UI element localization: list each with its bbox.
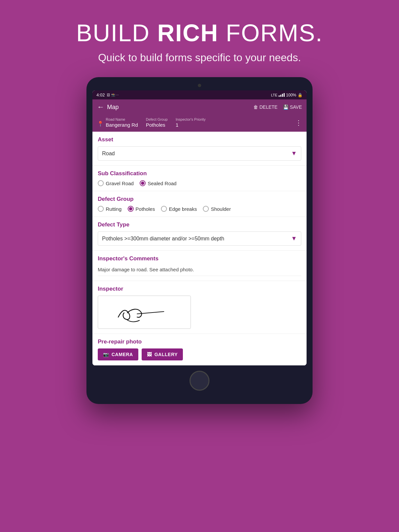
asset-title: Asset <box>98 136 301 143</box>
asset-dropdown[interactable]: Road ▼ <box>98 146 301 161</box>
signature-box[interactable] <box>98 296 191 329</box>
defect-group-title: Defect Group <box>98 196 301 202</box>
breadcrumb-road: Road Name Bangerang Rd <box>106 117 138 128</box>
comments-value: Major damage to road. See attached photo… <box>98 265 301 276</box>
radio-sealed-circle <box>140 180 146 186</box>
radio-potholes[interactable]: Potholes <box>128 206 155 212</box>
radio-gravel-circle <box>98 180 104 186</box>
home-button[interactable] <box>190 371 209 391</box>
defect-type-section: Defect Type Potholes >=300mm diameter an… <box>92 217 307 251</box>
breadcrumb-bar: 📍 Road Name Bangerang Rd Defect Group Po… <box>92 115 307 132</box>
camera-button[interactable]: 📷 CAMERA <box>98 348 138 360</box>
sub-classification-title: Sub Classification <box>98 170 301 177</box>
camera-icon: 📷 <box>103 352 109 357</box>
status-time: 4:02 🖼 📸 ··· <box>96 92 119 97</box>
save-button[interactable]: 💾 SAVE <box>283 104 302 110</box>
status-icons: LTE 100% 🔒 <box>271 93 303 97</box>
defect-type-title: Defect Type <box>98 221 301 228</box>
app-bar-map-label: Map <box>107 104 119 111</box>
delete-button[interactable]: 🗑 DELETE <box>253 104 277 110</box>
gallery-button[interactable]: 🖼 GALLERY <box>142 348 183 360</box>
pre-repair-title: Pre-repair photo <box>98 338 301 345</box>
tablet-device: 4:02 🖼 📸 ··· LTE 100% 🔒 ← Map <box>86 77 313 404</box>
chevron-down-icon-2: ▼ <box>291 235 297 242</box>
status-bar: 4:02 🖼 📸 ··· LTE 100% 🔒 <box>92 90 307 99</box>
radio-shoulder[interactable]: Shoulder <box>203 206 231 212</box>
defect-group-section: Defect Group Rutting Potholes Edge break… <box>92 191 307 217</box>
gallery-icon: 🖼 <box>147 352 152 357</box>
breadcrumb-defect: Defect Group Potholes <box>146 117 168 128</box>
defect-group-radio-group: Rutting Potholes Edge breaks Shoulder <box>98 206 301 212</box>
breadcrumb-priority: Inspector's Priority 1 <box>176 117 205 128</box>
front-camera <box>198 84 201 87</box>
radio-shoulder-circle <box>203 206 209 212</box>
sub-classification-section: Sub Classification Gravel Road Sealed Ro… <box>92 166 307 191</box>
save-icon: 💾 <box>283 104 289 110</box>
chevron-down-icon: ▼ <box>291 150 297 157</box>
inspector-title: Inspector <box>98 286 301 292</box>
sub-classification-radio-group: Gravel Road Sealed Road <box>98 180 301 186</box>
defect-type-dropdown[interactable]: Potholes >=300mm diameter and/or >=50mm … <box>98 231 301 246</box>
app-bar: ← Map 🗑 DELETE 💾 SAVE <box>92 99 307 115</box>
more-options-button[interactable]: ⋮ <box>295 119 302 127</box>
comments-section: Inspector's Comments Major damage to roa… <box>92 251 307 281</box>
defect-type-value: Potholes >=300mm diameter and/or >=50mm … <box>102 236 224 242</box>
hero-section: BUILD RICH FORMS. Quick to build forms s… <box>63 0 336 77</box>
photo-buttons: 📷 CAMERA 🖼 GALLERY <box>98 348 301 360</box>
hero-title: BUILD RICH FORMS. <box>76 20 323 46</box>
signature-drawing <box>98 296 191 329</box>
comments-title: Inspector's Comments <box>98 255 301 262</box>
app-bar-left: ← Map <box>97 103 119 111</box>
radio-edge-circle <box>161 206 167 212</box>
radio-rutting[interactable]: Rutting <box>98 206 122 212</box>
radio-sealed-road[interactable]: Sealed Road <box>140 180 177 186</box>
radio-rutting-circle <box>98 206 104 212</box>
tablet-screen: 4:02 🖼 📸 ··· LTE 100% 🔒 ← Map <box>92 90 307 365</box>
back-button[interactable]: ← <box>97 103 104 111</box>
hero-subtitle: Quick to build forms specific to your ne… <box>76 52 323 64</box>
form-area: Asset Road ▼ Sub Classification Gravel R… <box>92 132 307 365</box>
radio-gravel-road[interactable]: Gravel Road <box>98 180 134 186</box>
inspector-section: Inspector <box>92 281 307 334</box>
app-bar-actions: 🗑 DELETE 💾 SAVE <box>253 104 302 110</box>
trash-icon: 🗑 <box>253 104 258 110</box>
location-icon: 📍 <box>97 121 104 127</box>
pre-repair-section: Pre-repair photo 📷 CAMERA 🖼 GALLERY <box>92 334 307 365</box>
asset-section: Asset Road ▼ <box>92 132 307 166</box>
radio-edge-breaks[interactable]: Edge breaks <box>161 206 197 212</box>
asset-value: Road <box>102 151 115 157</box>
radio-potholes-circle <box>128 206 134 212</box>
